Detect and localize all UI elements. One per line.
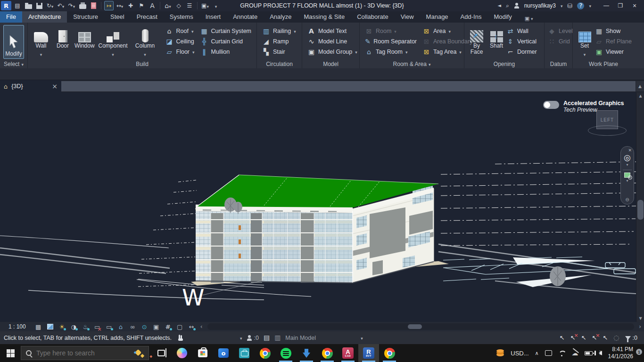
restore-button[interactable]: ❐ bbox=[614, 0, 627, 11]
undo-button[interactable] bbox=[56, 1, 66, 10]
room-separator-button[interactable]: Room Separator bbox=[365, 37, 417, 46]
mullion-button[interactable]: Mullion bbox=[200, 48, 251, 56]
revit-button[interactable]: RRVT bbox=[358, 344, 379, 362]
stair-button[interactable]: Stair bbox=[262, 48, 296, 56]
model-text-button[interactable]: Model Text bbox=[307, 27, 357, 35]
scrollbar-up-arrow[interactable]: ▲ bbox=[636, 92, 644, 99]
drawing-area[interactable]: W Accelerated Graphics Tech Preview LEFT… bbox=[0, 92, 644, 322]
start-button[interactable] bbox=[0, 344, 21, 362]
navbar-customize-icon[interactable]: ⊖ bbox=[625, 197, 629, 202]
curtain-system-button[interactable]: Curtain System bbox=[200, 27, 251, 35]
shadows-icon[interactable] bbox=[68, 322, 80, 331]
3d-model-view[interactable]: W bbox=[0, 92, 644, 322]
customize-qat-button[interactable] bbox=[211, 1, 221, 10]
volume-icon[interactable] bbox=[599, 351, 602, 355]
open-button[interactable] bbox=[24, 1, 33, 10]
tab-architecture[interactable]: Architecture bbox=[22, 11, 67, 23]
design-options-icon[interactable] bbox=[274, 334, 281, 341]
text-button[interactable] bbox=[148, 1, 157, 10]
status-dropdown-caret[interactable] bbox=[240, 335, 242, 341]
tab-systems[interactable]: Systems bbox=[164, 11, 199, 23]
show-work-plane-button[interactable]: Show bbox=[595, 27, 632, 35]
select-links-toggle[interactable]: ↖ bbox=[560, 335, 565, 341]
active-design-option[interactable]: Main Model bbox=[285, 335, 356, 341]
set-button[interactable]: Set bbox=[575, 24, 594, 58]
level-button[interactable]: Level bbox=[548, 27, 573, 35]
user-menu-caret[interactable] bbox=[561, 2, 563, 9]
column-button[interactable]: Column bbox=[131, 24, 160, 58]
tag-room-button[interactable]: Tag Room bbox=[365, 48, 417, 56]
save-button[interactable] bbox=[34, 1, 44, 10]
analytical-icon[interactable] bbox=[162, 322, 174, 331]
curtain-grid-button[interactable]: Curtain Grid bbox=[200, 37, 251, 46]
shaft-button[interactable]: Shaft bbox=[487, 24, 506, 49]
visual-style-icon[interactable] bbox=[44, 322, 56, 331]
select-underlay-toggle[interactable]: ↖ bbox=[570, 335, 576, 341]
chrome-button-3[interactable] bbox=[379, 344, 400, 362]
thin-lines-button[interactable] bbox=[185, 1, 194, 10]
help-menu-caret[interactable] bbox=[589, 2, 591, 9]
crop-view-icon[interactable] bbox=[91, 322, 103, 331]
onedrive-paused-icon[interactable] bbox=[572, 349, 578, 357]
taskbar-search[interactable] bbox=[21, 346, 149, 360]
vertical-button[interactable]: Vertical bbox=[506, 37, 537, 46]
temp-view-icon[interactable] bbox=[150, 322, 162, 331]
crop-region-icon[interactable] bbox=[103, 322, 115, 331]
wheel-menu-caret[interactable]: ▾ bbox=[626, 163, 628, 167]
reveal-hidden-icon[interactable] bbox=[127, 322, 139, 331]
redo-button[interactable] bbox=[67, 1, 76, 10]
hscroll-right-arrow[interactable]: › bbox=[636, 324, 644, 329]
panel-caption-room-area[interactable]: Room & Area bbox=[360, 60, 464, 68]
username[interactable]: nursyafikay3 bbox=[524, 2, 556, 9]
currency-app-icon[interactable] bbox=[496, 349, 504, 357]
drag-on-selection-toggle[interactable]: ↖ bbox=[603, 335, 608, 341]
tab-collaborate[interactable]: Collaborate bbox=[351, 11, 395, 23]
zoom-menu-caret[interactable]: ▾ bbox=[626, 179, 628, 183]
viewer-button[interactable]: Viewer bbox=[595, 48, 632, 56]
tag-button[interactable] bbox=[137, 1, 146, 10]
properties-icon[interactable] bbox=[15, 3, 20, 8]
door-button[interactable]: Door bbox=[52, 24, 74, 49]
window-button[interactable]: Window bbox=[74, 24, 96, 49]
tab-file[interactable]: File bbox=[0, 11, 22, 23]
accelerated-graphics-toggle[interactable] bbox=[543, 101, 559, 109]
ramp-button[interactable]: Ramp bbox=[262, 37, 296, 46]
clock[interactable]: 8:41 PM 14/1/2026 bbox=[608, 346, 633, 360]
battery-icon[interactable] bbox=[585, 351, 593, 355]
horizontal-scrollbar[interactable] bbox=[207, 323, 635, 330]
aligned-dimension-button[interactable] bbox=[104, 1, 114, 10]
sync-button[interactable] bbox=[45, 1, 55, 10]
minimize-button[interactable]: — bbox=[600, 0, 613, 11]
component-button[interactable]: Component bbox=[96, 24, 131, 58]
select-pinned-toggle[interactable]: ↖ bbox=[581, 335, 586, 341]
view-marker-button[interactable] bbox=[174, 1, 183, 10]
view-tab-3d[interactable]: ⌂ {3D} bbox=[0, 80, 61, 92]
viewcube-face[interactable]: LEFT bbox=[596, 110, 618, 129]
scroll-up-button[interactable]: ▲ bbox=[636, 81, 644, 91]
portal-app-button[interactable] bbox=[234, 344, 255, 362]
navbar-close-icon[interactable]: ✕ bbox=[628, 148, 632, 153]
copilot-button[interactable] bbox=[172, 344, 192, 362]
vcb-collapse-chevron[interactable]: ‹ bbox=[198, 324, 206, 329]
parking-lot[interactable] bbox=[443, 257, 636, 287]
filter-button[interactable]: :0 bbox=[625, 335, 637, 341]
measure-button[interactable] bbox=[115, 1, 124, 10]
search-input[interactable] bbox=[36, 349, 128, 357]
temp-hide-icon[interactable] bbox=[139, 322, 150, 331]
ceiling-button[interactable]: Ceiling bbox=[165, 37, 195, 46]
scrollbar-thumb[interactable] bbox=[637, 200, 644, 220]
railing-button[interactable]: Railing bbox=[262, 27, 296, 35]
home-view-icon[interactable]: ⌂ bbox=[4, 83, 8, 90]
revit-app-icon[interactable]: R bbox=[1, 1, 11, 10]
autocad-button[interactable]: ACAD bbox=[338, 344, 358, 362]
floor-button[interactable]: Floor bbox=[165, 48, 195, 56]
room-button[interactable]: Room bbox=[365, 27, 417, 35]
tab-steel[interactable]: Steel bbox=[104, 11, 131, 23]
close-view-icon[interactable] bbox=[52, 83, 58, 90]
tab-structure[interactable]: Structure bbox=[67, 11, 104, 23]
area-boundary-button[interactable]: Area Boundary bbox=[422, 37, 472, 46]
tab-modify[interactable]: Modify bbox=[487, 11, 518, 23]
panel-caption-select[interactable]: Select bbox=[0, 60, 27, 68]
tab-add-ins[interactable]: Add-Ins bbox=[454, 11, 488, 23]
select-by-face-toggle[interactable]: ↖ bbox=[592, 335, 597, 341]
